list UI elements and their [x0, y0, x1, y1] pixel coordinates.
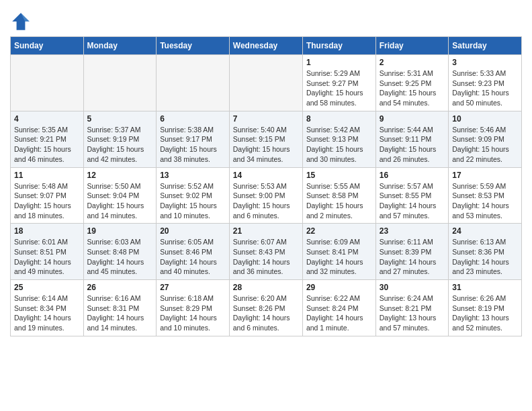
day-info: Sunrise: 5:48 AM Sunset: 9:07 PM Dayligh… [14, 181, 80, 221]
calendar-cell [157, 55, 230, 111]
calendar-cell: 12Sunrise: 5:50 AM Sunset: 9:04 PM Dayli… [83, 167, 157, 224]
calendar-table: SundayMondayTuesdayWednesdayThursdayFrid… [10, 36, 522, 336]
logo [10, 11, 34, 32]
day-info: Sunrise: 6:18 AM Sunset: 8:29 PM Dayligh… [160, 293, 226, 333]
calendar-cell: 8Sunrise: 5:42 AM Sunset: 9:13 PM Daylig… [302, 111, 375, 167]
calendar-cell: 30Sunrise: 6:24 AM Sunset: 8:21 PM Dayli… [375, 280, 448, 336]
column-header-friday: Friday [375, 37, 448, 55]
calendar-cell: 1Sunrise: 5:29 AM Sunset: 9:27 PM Daylig… [302, 55, 375, 111]
calendar-cell: 29Sunrise: 6:22 AM Sunset: 8:24 PM Dayli… [302, 280, 375, 336]
day-number: 3 [452, 58, 518, 67]
day-number: 31 [452, 283, 518, 292]
calendar-cell: 4Sunrise: 5:35 AM Sunset: 9:21 PM Daylig… [11, 111, 84, 167]
day-info: Sunrise: 5:31 AM Sunset: 9:25 PM Dayligh… [380, 68, 445, 108]
day-number: 30 [380, 283, 445, 292]
calendar-cell [229, 55, 302, 111]
calendar-week-row: 25Sunrise: 6:14 AM Sunset: 8:34 PM Dayli… [11, 280, 522, 336]
day-number: 18 [14, 226, 80, 236]
day-info: Sunrise: 5:50 AM Sunset: 9:04 PM Dayligh… [87, 181, 153, 221]
day-number: 17 [452, 171, 518, 180]
day-info: Sunrise: 6:16 AM Sunset: 8:31 PM Dayligh… [87, 293, 153, 333]
calendar-cell: 19Sunrise: 6:03 AM Sunset: 8:48 PM Dayli… [83, 224, 157, 280]
calendar-cell: 13Sunrise: 5:52 AM Sunset: 9:02 PM Dayli… [157, 167, 230, 224]
calendar-cell: 6Sunrise: 5:38 AM Sunset: 9:17 PM Daylig… [157, 111, 230, 167]
day-info: Sunrise: 5:44 AM Sunset: 9:11 PM Dayligh… [380, 125, 445, 165]
day-info: Sunrise: 6:07 AM Sunset: 8:43 PM Dayligh… [233, 237, 299, 277]
day-number: 9 [380, 114, 445, 124]
day-info: Sunrise: 6:11 AM Sunset: 8:39 PM Dayligh… [380, 237, 445, 277]
day-number: 7 [233, 114, 299, 124]
calendar-cell: 24Sunrise: 6:13 AM Sunset: 8:36 PM Dayli… [449, 224, 522, 280]
day-info: Sunrise: 6:13 AM Sunset: 8:36 PM Dayligh… [452, 237, 518, 277]
calendar-week-row: 4Sunrise: 5:35 AM Sunset: 9:21 PM Daylig… [11, 111, 522, 167]
day-info: Sunrise: 5:53 AM Sunset: 9:00 PM Dayligh… [233, 181, 299, 221]
calendar-cell: 7Sunrise: 5:40 AM Sunset: 9:15 PM Daylig… [229, 111, 302, 167]
calendar-cell: 25Sunrise: 6:14 AM Sunset: 8:34 PM Dayli… [11, 280, 84, 336]
calendar-cell: 31Sunrise: 6:26 AM Sunset: 8:19 PM Dayli… [449, 280, 522, 336]
day-number: 20 [160, 226, 226, 236]
column-header-sunday: Sunday [11, 37, 84, 55]
calendar-cell: 14Sunrise: 5:53 AM Sunset: 9:00 PM Dayli… [229, 167, 302, 224]
day-number: 6 [160, 114, 226, 124]
day-number: 13 [160, 171, 226, 180]
day-number: 15 [306, 171, 372, 180]
calendar-cell: 5Sunrise: 5:37 AM Sunset: 9:19 PM Daylig… [83, 111, 157, 167]
day-number: 4 [14, 114, 80, 124]
column-header-thursday: Thursday [302, 37, 375, 55]
calendar-cell: 3Sunrise: 5:33 AM Sunset: 9:23 PM Daylig… [449, 55, 522, 111]
day-info: Sunrise: 5:52 AM Sunset: 9:02 PM Dayligh… [160, 181, 226, 221]
day-info: Sunrise: 5:57 AM Sunset: 8:55 PM Dayligh… [380, 181, 445, 221]
calendar-cell: 27Sunrise: 6:18 AM Sunset: 8:29 PM Dayli… [157, 280, 230, 336]
day-number: 10 [452, 114, 518, 124]
calendar-week-row: 18Sunrise: 6:01 AM Sunset: 8:51 PM Dayli… [11, 224, 522, 280]
day-number: 27 [160, 283, 226, 292]
calendar-cell: 10Sunrise: 5:46 AM Sunset: 9:09 PM Dayli… [449, 111, 522, 167]
calendar-cell [83, 55, 157, 111]
day-number: 25 [14, 283, 80, 292]
day-number: 16 [380, 171, 445, 180]
day-info: Sunrise: 6:26 AM Sunset: 8:19 PM Dayligh… [452, 293, 518, 333]
day-number: 1 [306, 58, 372, 67]
calendar-cell: 23Sunrise: 6:11 AM Sunset: 8:39 PM Dayli… [375, 224, 448, 280]
day-number: 14 [233, 171, 299, 180]
day-info: Sunrise: 5:59 AM Sunset: 8:53 PM Dayligh… [452, 181, 518, 221]
day-number: 29 [306, 283, 372, 292]
day-info: Sunrise: 5:29 AM Sunset: 9:27 PM Dayligh… [306, 68, 372, 108]
day-info: Sunrise: 5:35 AM Sunset: 9:21 PM Dayligh… [14, 125, 80, 165]
calendar-week-row: 11Sunrise: 5:48 AM Sunset: 9:07 PM Dayli… [11, 167, 522, 224]
column-header-wednesday: Wednesday [229, 37, 302, 55]
day-number: 26 [87, 283, 153, 292]
calendar-week-row: 1Sunrise: 5:29 AM Sunset: 9:27 PM Daylig… [11, 55, 522, 111]
calendar-cell: 11Sunrise: 5:48 AM Sunset: 9:07 PM Dayli… [11, 167, 84, 224]
calendar-cell: 15Sunrise: 5:55 AM Sunset: 8:58 PM Dayli… [302, 167, 375, 224]
day-info: Sunrise: 6:03 AM Sunset: 8:48 PM Dayligh… [87, 237, 153, 277]
day-info: Sunrise: 5:40 AM Sunset: 9:15 PM Dayligh… [233, 125, 299, 165]
day-info: Sunrise: 6:01 AM Sunset: 8:51 PM Dayligh… [14, 237, 80, 277]
day-info: Sunrise: 6:24 AM Sunset: 8:21 PM Dayligh… [380, 293, 445, 333]
calendar-cell: 21Sunrise: 6:07 AM Sunset: 8:43 PM Dayli… [229, 224, 302, 280]
day-number: 5 [87, 114, 153, 124]
column-header-saturday: Saturday [449, 37, 522, 55]
day-number: 8 [306, 114, 372, 124]
day-info: Sunrise: 5:33 AM Sunset: 9:23 PM Dayligh… [452, 68, 518, 108]
day-number: 21 [233, 226, 299, 236]
day-info: Sunrise: 5:46 AM Sunset: 9:09 PM Dayligh… [452, 125, 518, 165]
calendar-cell: 26Sunrise: 6:16 AM Sunset: 8:31 PM Dayli… [83, 280, 157, 336]
calendar-cell: 20Sunrise: 6:05 AM Sunset: 8:46 PM Dayli… [157, 224, 230, 280]
calendar-header-row: SundayMondayTuesdayWednesdayThursdayFrid… [11, 37, 522, 55]
day-info: Sunrise: 5:42 AM Sunset: 9:13 PM Dayligh… [306, 125, 372, 165]
calendar-cell: 2Sunrise: 5:31 AM Sunset: 9:25 PM Daylig… [375, 55, 448, 111]
calendar-cell: 28Sunrise: 6:20 AM Sunset: 8:26 PM Dayli… [229, 280, 302, 336]
day-number: 12 [87, 171, 153, 180]
day-number: 2 [380, 58, 445, 67]
calendar-cell [11, 55, 84, 111]
calendar-cell: 9Sunrise: 5:44 AM Sunset: 9:11 PM Daylig… [375, 111, 448, 167]
day-info: Sunrise: 5:38 AM Sunset: 9:17 PM Dayligh… [160, 125, 226, 165]
day-info: Sunrise: 5:37 AM Sunset: 9:19 PM Dayligh… [87, 125, 153, 165]
day-number: 11 [14, 171, 80, 180]
day-info: Sunrise: 6:20 AM Sunset: 8:26 PM Dayligh… [233, 293, 299, 333]
day-info: Sunrise: 6:09 AM Sunset: 8:41 PM Dayligh… [306, 237, 372, 277]
calendar-cell: 16Sunrise: 5:57 AM Sunset: 8:55 PM Dayli… [375, 167, 448, 224]
calendar-cell: 17Sunrise: 5:59 AM Sunset: 8:53 PM Dayli… [449, 167, 522, 224]
day-info: Sunrise: 5:55 AM Sunset: 8:58 PM Dayligh… [306, 181, 372, 221]
